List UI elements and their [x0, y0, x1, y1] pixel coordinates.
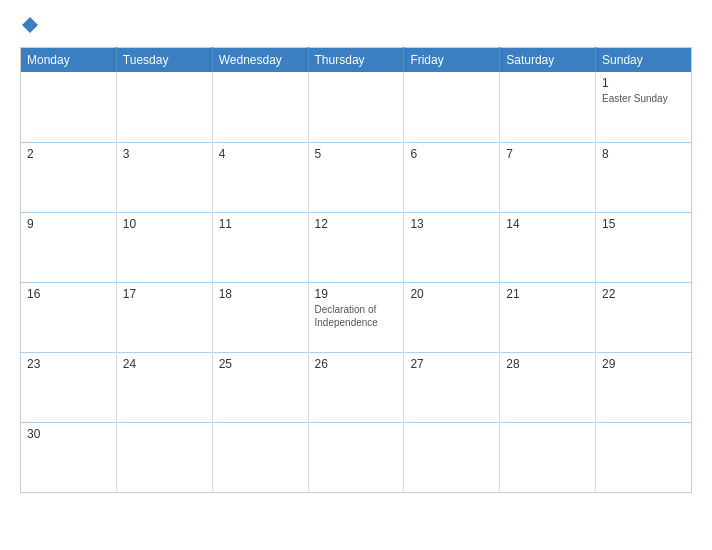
- day-cell: [308, 72, 404, 142]
- day-number: 3: [123, 147, 206, 161]
- day-cell: 23: [21, 352, 117, 422]
- day-number: 16: [27, 287, 110, 301]
- calendar-page: MondayTuesdayWednesdayThursdayFridaySatu…: [0, 0, 712, 550]
- logo-icon: [20, 15, 40, 35]
- weekday-friday: Friday: [404, 48, 500, 73]
- day-number: 18: [219, 287, 302, 301]
- day-number: 10: [123, 217, 206, 231]
- weekday-wednesday: Wednesday: [212, 48, 308, 73]
- day-cell: 17: [116, 282, 212, 352]
- week-row: 23242526272829: [21, 352, 692, 422]
- weekday-monday: Monday: [21, 48, 117, 73]
- day-cell: 9: [21, 212, 117, 282]
- day-number: 29: [602, 357, 685, 371]
- day-cell: [500, 422, 596, 492]
- weekday-sunday: Sunday: [596, 48, 692, 73]
- day-number: 5: [315, 147, 398, 161]
- day-number: 7: [506, 147, 589, 161]
- day-cell: 3: [116, 142, 212, 212]
- day-number: 26: [315, 357, 398, 371]
- day-number: 20: [410, 287, 493, 301]
- day-cell: 18: [212, 282, 308, 352]
- week-row: 16171819Declaration of Independence20212…: [21, 282, 692, 352]
- day-cell: 1Easter Sunday: [596, 72, 692, 142]
- day-cell: 10: [116, 212, 212, 282]
- day-number: 9: [27, 217, 110, 231]
- day-cell: 7: [500, 142, 596, 212]
- day-number: 1: [602, 76, 685, 90]
- day-cell: 14: [500, 212, 596, 282]
- week-row: 2345678: [21, 142, 692, 212]
- day-cell: 22: [596, 282, 692, 352]
- day-cell: 28: [500, 352, 596, 422]
- day-number: 21: [506, 287, 589, 301]
- day-number: 8: [602, 147, 685, 161]
- day-cell: 15: [596, 212, 692, 282]
- day-cell: 2: [21, 142, 117, 212]
- day-cell: [596, 422, 692, 492]
- day-cell: 24: [116, 352, 212, 422]
- day-cell: 11: [212, 212, 308, 282]
- day-cell: [212, 422, 308, 492]
- day-cell: 6: [404, 142, 500, 212]
- day-number: 13: [410, 217, 493, 231]
- day-cell: 20: [404, 282, 500, 352]
- week-row: 9101112131415: [21, 212, 692, 282]
- day-cell: 26: [308, 352, 404, 422]
- day-cell: 19Declaration of Independence: [308, 282, 404, 352]
- day-cell: [404, 72, 500, 142]
- day-number: 24: [123, 357, 206, 371]
- day-cell: 25: [212, 352, 308, 422]
- day-number: 28: [506, 357, 589, 371]
- weekday-tuesday: Tuesday: [116, 48, 212, 73]
- day-cell: [308, 422, 404, 492]
- calendar-table: MondayTuesdayWednesdayThursdayFridaySatu…: [20, 47, 692, 493]
- day-number: 19: [315, 287, 398, 301]
- day-number: 12: [315, 217, 398, 231]
- day-cell: 21: [500, 282, 596, 352]
- day-number: 27: [410, 357, 493, 371]
- day-cell: [21, 72, 117, 142]
- day-cell: 8: [596, 142, 692, 212]
- day-cell: 4: [212, 142, 308, 212]
- header: [20, 15, 692, 35]
- weekday-saturday: Saturday: [500, 48, 596, 73]
- day-cell: [404, 422, 500, 492]
- day-cell: 12: [308, 212, 404, 282]
- day-cell: [212, 72, 308, 142]
- day-cell: [116, 422, 212, 492]
- day-number: 17: [123, 287, 206, 301]
- day-event: Declaration of Independence: [315, 304, 378, 328]
- day-cell: 27: [404, 352, 500, 422]
- day-cell: 16: [21, 282, 117, 352]
- weekday-header-row: MondayTuesdayWednesdayThursdayFridaySatu…: [21, 48, 692, 73]
- day-number: 30: [27, 427, 110, 441]
- svg-marker-0: [22, 17, 38, 33]
- day-number: 4: [219, 147, 302, 161]
- day-cell: 30: [21, 422, 117, 492]
- week-row: 30: [21, 422, 692, 492]
- day-cell: [500, 72, 596, 142]
- day-number: 6: [410, 147, 493, 161]
- day-cell: 29: [596, 352, 692, 422]
- day-cell: 5: [308, 142, 404, 212]
- day-event: Easter Sunday: [602, 93, 668, 104]
- day-number: 22: [602, 287, 685, 301]
- day-number: 25: [219, 357, 302, 371]
- week-row: 1Easter Sunday: [21, 72, 692, 142]
- day-number: 14: [506, 217, 589, 231]
- day-number: 23: [27, 357, 110, 371]
- day-cell: [116, 72, 212, 142]
- day-cell: 13: [404, 212, 500, 282]
- logo: [20, 15, 40, 35]
- day-number: 2: [27, 147, 110, 161]
- day-number: 15: [602, 217, 685, 231]
- weekday-thursday: Thursday: [308, 48, 404, 73]
- day-number: 11: [219, 217, 302, 231]
